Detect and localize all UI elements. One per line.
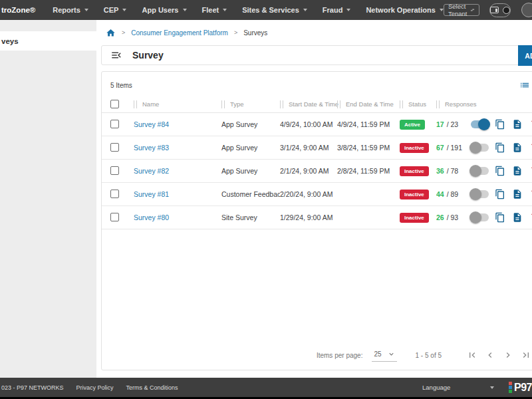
- nav-item-reports[interactable]: Reports: [53, 6, 88, 14]
- chevron-down-icon: [346, 9, 350, 11]
- chevron-left-icon[interactable]: [485, 350, 495, 360]
- survey-name-link[interactable]: Survey #81: [134, 190, 169, 198]
- nav-item-cep[interactable]: CEP: [104, 6, 127, 14]
- column-header-status[interactable]: Status: [408, 100, 426, 108]
- survey-start: 2/20/24, 9:00 AM: [280, 190, 337, 198]
- column-header-end[interactable]: End Date & Time: [346, 100, 394, 108]
- document-icon[interactable]: [512, 142, 523, 153]
- column-resize-handle[interactable]: [337, 100, 340, 108]
- add-button[interactable]: ADD: [518, 45, 532, 66]
- survey-type: Customer Feedback: [221, 190, 280, 198]
- nav-item-app-users[interactable]: App Users: [142, 6, 186, 14]
- items-count: 5 Items: [110, 82, 132, 89]
- column-resize-handle[interactable]: [280, 100, 283, 108]
- copy-icon[interactable]: [495, 212, 505, 223]
- enable-toggle[interactable]: [471, 120, 489, 128]
- last-page-icon[interactable]: [521, 350, 531, 360]
- document-icon[interactable]: [512, 212, 523, 223]
- sidebar-item-surveys[interactable]: veys: [0, 31, 96, 51]
- survey-start: 1/29/24, 9:00 AM: [280, 213, 337, 221]
- row-checkbox[interactable]: [110, 143, 119, 152]
- delete-icon[interactable]: [529, 166, 532, 176]
- row-checkbox[interactable]: [110, 190, 119, 198]
- delete-icon[interactable]: [529, 189, 532, 200]
- document-icon[interactable]: [512, 166, 523, 176]
- footer-copyright: 023 - P97 NETWORKS: [1, 384, 64, 391]
- column-header-type[interactable]: Type: [230, 100, 244, 108]
- copy-icon[interactable]: [495, 166, 505, 176]
- list-view-icon[interactable]: [519, 80, 530, 90]
- p97-logo-squares: [509, 382, 512, 393]
- enable-toggle[interactable]: [471, 167, 489, 175]
- chevron-down-icon: [84, 9, 88, 11]
- chevron-right-icon[interactable]: [503, 350, 513, 360]
- table-toolbar: 5 Items: [102, 72, 532, 96]
- chevron-down-icon: [223, 9, 227, 11]
- responses-count: 26: [436, 213, 444, 221]
- column-header-responses[interactable]: Responses: [445, 100, 477, 108]
- nav-item-fraud[interactable]: Fraud: [323, 6, 351, 14]
- page-header-card: Survey ADD: [101, 45, 532, 65]
- device-mode-button[interactable]: [489, 3, 511, 17]
- status-badge: Inactive: [400, 166, 429, 176]
- row-checkbox[interactable]: [110, 120, 119, 128]
- enable-toggle[interactable]: [471, 190, 489, 198]
- survey-start: 4/9/24, 10:00 AM: [280, 120, 337, 128]
- select-all-checkbox[interactable]: [110, 100, 119, 108]
- delete-icon[interactable]: [529, 212, 532, 223]
- first-page-icon[interactable]: [467, 350, 477, 360]
- column-resize-handle[interactable]: [134, 100, 137, 108]
- nav-item-sites-services[interactable]: Sites & Services: [242, 6, 307, 14]
- column-resize-handle[interactable]: [436, 100, 440, 108]
- responses-count: 17: [436, 120, 444, 128]
- devices-icon: [490, 7, 499, 13]
- document-icon[interactable]: [512, 119, 523, 130]
- breadcrumb-current: Surveys: [243, 29, 267, 37]
- page-title: Survey: [132, 50, 164, 61]
- delete-icon[interactable]: [529, 142, 532, 153]
- row-checkbox[interactable]: [110, 166, 119, 175]
- responses-total: / 93: [447, 213, 459, 221]
- breadcrumb-link-cep[interactable]: Consumer Engagement Platform: [131, 29, 228, 37]
- avatar[interactable]: [521, 3, 532, 17]
- column-resize-handle[interactable]: [400, 100, 403, 108]
- nav-item-network-operations[interactable]: Network Operations: [366, 6, 444, 14]
- enable-toggle[interactable]: [471, 213, 489, 221]
- copy-icon[interactable]: [495, 142, 505, 153]
- document-icon[interactable]: [512, 189, 523, 200]
- language-select[interactable]: Language: [422, 384, 494, 391]
- survey-name-link[interactable]: Survey #82: [134, 167, 169, 175]
- responses-count: 36: [436, 167, 444, 175]
- survey-name-link[interactable]: Survey #83: [134, 144, 169, 152]
- menu-open-icon[interactable]: [110, 49, 122, 61]
- delete-icon[interactable]: [529, 119, 532, 130]
- nav-item-fleet[interactable]: Fleet: [202, 6, 227, 14]
- column-header-name[interactable]: Name: [142, 100, 159, 108]
- pagination-range: 1 - 5 of 5: [416, 352, 442, 359]
- table-row: Survey #81 Customer Feedback 2/20/24, 9:…: [102, 183, 532, 206]
- column-header-start[interactable]: Start Date & Time: [289, 100, 338, 108]
- chevron-down-icon: [490, 386, 494, 389]
- chevron-down-icon: [303, 9, 307, 11]
- responses-total: / 78: [447, 167, 459, 175]
- table-row: Survey #82 App Survey 2/1/24, 9:00 AM 2/…: [102, 160, 532, 183]
- tenant-select[interactable]: Select Tenant: [444, 4, 480, 16]
- row-checkbox[interactable]: [110, 213, 119, 221]
- main-content: > Consumer Engagement Platform > Surveys…: [96, 20, 532, 378]
- footer-link-terms[interactable]: Terms & Conditions: [126, 384, 178, 391]
- home-icon[interactable]: [106, 28, 116, 38]
- survey-type: App Survey: [221, 120, 280, 128]
- survey-table-card: 5 Items Name Type Start Date & Time End …: [101, 71, 532, 370]
- enable-toggle[interactable]: [471, 144, 489, 152]
- items-per-page-select[interactable]: 25: [372, 349, 396, 362]
- main-nav: Reports CEP App Users Fleet Sites & Serv…: [53, 6, 444, 14]
- responses-total: / 191: [447, 144, 462, 152]
- survey-name-link[interactable]: Survey #80: [134, 213, 169, 221]
- copy-icon[interactable]: [495, 119, 505, 130]
- top-navbar: troZone® Reports CEP App Users Fleet Sit…: [0, 0, 532, 20]
- column-resize-handle[interactable]: [221, 100, 225, 108]
- copy-icon[interactable]: [495, 189, 505, 200]
- survey-name-link[interactable]: Survey #84: [134, 120, 169, 128]
- footer-link-privacy[interactable]: Privacy Policy: [76, 384, 114, 391]
- chevron-down-icon: [183, 9, 187, 11]
